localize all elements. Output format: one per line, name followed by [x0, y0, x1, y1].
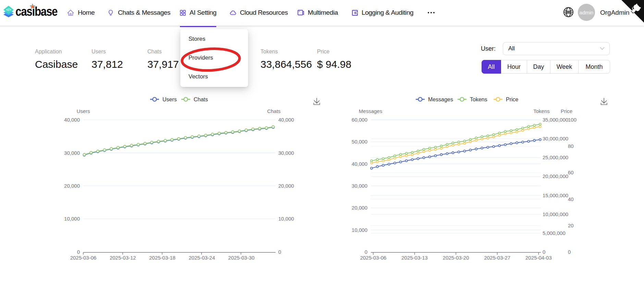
- svg-text:Price: Price: [561, 108, 572, 114]
- svg-text:2025-03-18: 2025-03-18: [149, 255, 175, 261]
- svg-text:20,000: 20,000: [64, 183, 80, 189]
- svg-text:Tokens: Tokens: [533, 108, 550, 114]
- svg-text:2025-03-13: 2025-03-13: [401, 255, 428, 261]
- svg-text:Chats: Chats: [194, 97, 208, 102]
- svg-text:10,000: 10,000: [352, 227, 367, 233]
- svg-text:100: 100: [568, 117, 576, 123]
- svg-text:30,000: 30,000: [352, 183, 367, 189]
- svg-text:Chats: Chats: [267, 108, 280, 114]
- svg-text:10,000: 10,000: [64, 216, 80, 222]
- svg-text:20: 20: [568, 223, 574, 228]
- svg-text:2025-03-30: 2025-03-30: [228, 255, 255, 261]
- svg-text:Messages: Messages: [359, 108, 382, 114]
- svg-text:35,000,000: 35,000,000: [543, 117, 568, 123]
- svg-text:Price: Price: [506, 97, 519, 102]
- svg-text:2025-03-24: 2025-03-24: [189, 255, 215, 261]
- svg-text:5,000,000: 5,000,000: [543, 230, 566, 236]
- svg-text:40,000: 40,000: [64, 117, 80, 123]
- svg-text:0: 0: [278, 249, 281, 255]
- svg-text:2025-04-03: 2025-04-03: [525, 255, 552, 261]
- svg-text:2025-03-27: 2025-03-27: [484, 255, 510, 261]
- svg-text:Tokens: Tokens: [470, 97, 487, 102]
- svg-text:40: 40: [568, 196, 574, 202]
- svg-text:10,000,000: 10,000,000: [543, 211, 568, 217]
- svg-text:Messages: Messages: [428, 97, 453, 102]
- svg-text:60: 60: [568, 170, 574, 175]
- svg-text:Users: Users: [76, 108, 90, 114]
- svg-text:40,000: 40,000: [352, 161, 367, 167]
- svg-text:20,000,000: 20,000,000: [543, 173, 568, 179]
- svg-text:20,000: 20,000: [352, 205, 367, 211]
- svg-text:Users: Users: [162, 97, 177, 102]
- svg-text:0: 0: [543, 249, 545, 255]
- svg-text:40,000: 40,000: [278, 117, 294, 123]
- svg-text:50,000: 50,000: [352, 139, 367, 145]
- svg-text:2025-03-06: 2025-03-06: [70, 255, 97, 261]
- svg-text:2025-03-20: 2025-03-20: [443, 255, 469, 261]
- svg-text:25,000,000: 25,000,000: [543, 154, 568, 160]
- svg-text:0: 0: [77, 249, 80, 255]
- svg-text:80: 80: [568, 143, 574, 149]
- svg-text:30,000: 30,000: [64, 150, 80, 156]
- svg-text:2025-03-06: 2025-03-06: [360, 255, 387, 261]
- svg-text:30,000,000: 30,000,000: [543, 136, 568, 141]
- svg-text:15,000,000: 15,000,000: [543, 192, 568, 198]
- svg-text:10,000: 10,000: [278, 216, 294, 222]
- svg-text:0: 0: [365, 249, 367, 255]
- svg-text:60,000: 60,000: [352, 117, 367, 123]
- svg-text:20,000: 20,000: [278, 183, 294, 189]
- svg-text:0: 0: [568, 249, 571, 255]
- svg-text:2025-03-12: 2025-03-12: [110, 255, 136, 261]
- svg-text:30,000: 30,000: [278, 150, 294, 156]
